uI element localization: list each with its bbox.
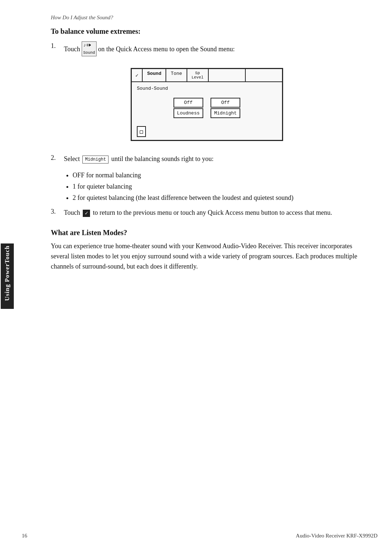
screen-controls: Off Loudness Off Midnight	[137, 98, 277, 118]
screen-mockup: ✓ Sound Tone SpLevel Sound-Sound Off Lou…	[131, 68, 283, 141]
screen-subtitle: Sound-Sound	[137, 86, 277, 91]
step2-text: Select Midnight until the balancing soun…	[64, 155, 214, 162]
page-number: 16	[22, 533, 27, 539]
sound-icon: ♪🕪Sound	[82, 41, 97, 56]
midnight-control[interactable]: Off Midnight	[211, 98, 240, 118]
step1-text: Touch ♪🕪Sound on the Quick Access menu t…	[64, 45, 235, 53]
midnight-label: Midnight	[211, 108, 240, 118]
screen-tab-empty2	[246, 69, 282, 81]
step1: 1. Touch ♪🕪Sound on the Quick Access men…	[51, 42, 363, 57]
main-content: How Do I Adjust the Sound? To balance vo…	[22, 0, 392, 299]
midnight-badge[interactable]: Midnight	[82, 156, 109, 164]
screen-tab-tone[interactable]: Tone	[166, 69, 187, 81]
screen-tab-sound[interactable]: Sound	[143, 69, 166, 81]
list-item: 1 for quieter balancing	[73, 182, 363, 192]
screen-tab-sp[interactable]: SpLevel	[187, 69, 209, 81]
section2-paragraph: You can experience true home-theater sou…	[51, 241, 363, 272]
loudness-label: Loudness	[173, 108, 203, 118]
checkmark-icon	[83, 210, 90, 217]
screen-tab-check[interactable]: ✓	[132, 69, 143, 81]
list-item: OFF for normal balancing	[73, 170, 363, 180]
screen-body: Sound-Sound Off Loudness Off Midnight	[132, 82, 282, 123]
screen-tab-empty1	[209, 69, 246, 81]
page-footer: 16 Audio-Video Receiver KRF-X9992D	[22, 533, 377, 539]
step3-text: Touch to return to the previous menu or …	[64, 209, 332, 216]
step3-number: 3.	[51, 208, 61, 215]
section1-title: To balance volume extremes:	[51, 27, 363, 36]
step1-number: 1.	[51, 42, 61, 50]
step2: 2. Select Midnight until the balancing s…	[51, 154, 363, 164]
product-name: Audio-Video Receiver KRF-X9992D	[296, 533, 377, 539]
section2-title: What are Listen Modes?	[51, 229, 363, 237]
sidebar-tab: Using PowerTouch	[1, 243, 14, 309]
breadcrumb: How Do I Adjust the Sound?	[51, 15, 363, 21]
screen-mockup-wrapper: ✓ Sound Tone SpLevel Sound-Sound Off Lou…	[51, 68, 363, 141]
list-item: 2 for quietest balancing (the least diff…	[73, 193, 363, 203]
bullet-list: OFF for normal balancing 1 for quieter b…	[73, 170, 363, 203]
midnight-value: Off	[211, 98, 240, 108]
step3: 3. Touch to return to the previous menu …	[51, 208, 363, 218]
screen-tabs: ✓ Sound Tone SpLevel	[132, 69, 282, 82]
back-icon[interactable]: ◻	[137, 126, 146, 137]
screen-footer: ◻	[132, 123, 282, 140]
step2-number: 2.	[51, 154, 61, 162]
loudness-value: Off	[173, 98, 203, 108]
loudness-control[interactable]: Off Loudness	[173, 98, 203, 118]
